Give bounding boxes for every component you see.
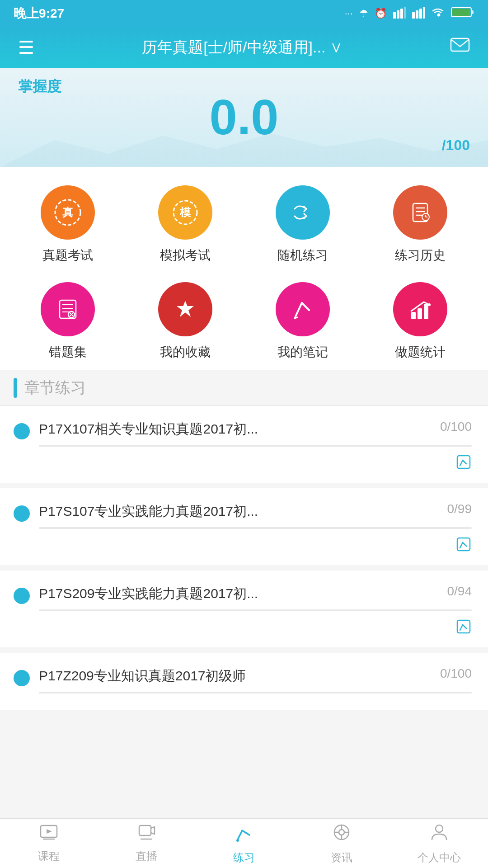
- svg-text:✕: ✕: [69, 311, 74, 318]
- edit-icon[interactable]: [455, 536, 472, 556]
- profile-label: 个人中心: [418, 850, 461, 865]
- courses-label: 课程: [38, 849, 60, 863]
- action-practice-history[interactable]: 练习历史: [361, 185, 479, 264]
- list-progress-bar: [39, 692, 472, 693]
- action-wrong-questions[interactable]: ✕ 错题集: [9, 282, 127, 361]
- svg-rect-39: [457, 456, 470, 468]
- practice-history-circle: [393, 185, 447, 240]
- svg-rect-10: [471, 10, 474, 14]
- action-random-practice[interactable]: 随机练习: [244, 185, 361, 264]
- list-item[interactable]: P17X107相关专业知识真题2017初... 0/100: [0, 406, 488, 488]
- section-bar: [14, 378, 17, 398]
- svg-rect-35: [411, 312, 416, 319]
- list-progress-bar: [39, 527, 472, 529]
- mountain-decoration: [0, 131, 488, 167]
- wrong-questions-circle: ✕: [41, 282, 95, 336]
- list-dot: [14, 505, 30, 522]
- list-content: P17S107专业实践能力真题2017初... 0/99: [39, 502, 472, 556]
- list-edit[interactable]: [39, 618, 472, 638]
- list-item[interactable]: P17Z209专业知识真题2017初级师 0/100: [0, 653, 488, 710]
- list-dot: [14, 588, 30, 604]
- list-title-row: P17X107相关专业知识真题2017初... 0/100: [39, 420, 472, 439]
- alarm-icon: ⏰: [375, 8, 387, 19]
- my-favorites-circle: [158, 282, 212, 336]
- svg-rect-42: [457, 538, 470, 551]
- stats-circle: [393, 282, 447, 336]
- action-my-notes[interactable]: 我的笔记: [244, 282, 361, 361]
- list-item-name: P17S209专业实践能力真题2017初...: [39, 584, 438, 603]
- nav-news[interactable]: 资讯: [293, 819, 390, 868]
- svg-line-43: [460, 542, 463, 548]
- action-my-favorites[interactable]: 我的收藏: [127, 282, 244, 361]
- svg-line-31: [296, 303, 302, 316]
- list-content: P17Z209专业知识真题2017初级师 0/100: [39, 666, 472, 701]
- list-title-row: P17Z209专业知识真题2017初级师 0/100: [39, 666, 472, 685]
- nav-practice[interactable]: 练习: [195, 819, 293, 868]
- svg-point-38: [428, 303, 431, 306]
- app-header: ☰ 历年真题[士/师/中级通用]... ∨: [0, 27, 488, 68]
- list-edit[interactable]: [39, 454, 472, 474]
- wifi-icon: [431, 7, 445, 20]
- quick-actions-grid: 真 真题考试 模 模拟考试 随机练习: [0, 167, 488, 370]
- svg-rect-37: [424, 304, 428, 319]
- svg-line-34: [295, 317, 297, 318]
- nav-courses[interactable]: 课程: [0, 819, 98, 868]
- nav-profile[interactable]: 个人中心: [390, 819, 488, 868]
- status-icons: ··· ☂ ⏰: [345, 6, 474, 21]
- list-dot: [14, 670, 30, 686]
- mastery-section: 掌握度 0.0 /100: [0, 68, 488, 167]
- list-item-name: P17S107专业实践能力真题2017初...: [39, 502, 438, 521]
- practice-icon: [234, 822, 254, 847]
- svg-rect-51: [139, 826, 151, 835]
- bottom-nav: 课程 直播 练习: [0, 818, 488, 868]
- news-icon: [332, 822, 352, 847]
- list-item-score: 0/99: [447, 502, 472, 516]
- section-title: 章节练习: [24, 377, 86, 398]
- practice-history-label: 练习历史: [395, 247, 446, 264]
- svg-line-47: [463, 625, 466, 628]
- signal-dots: ···: [345, 8, 353, 19]
- menu-button[interactable]: ☰: [18, 38, 34, 57]
- live-icon: [136, 824, 156, 845]
- header-title[interactable]: 历年真题[士/师/中级通用]... ∨: [142, 37, 343, 58]
- list-item-name: P17X107相关专业知识真题2017初...: [39, 420, 431, 439]
- list-item-score: 0/94: [447, 584, 472, 599]
- action-real-exam[interactable]: 真 真题考试: [9, 185, 127, 264]
- svg-rect-45: [457, 620, 470, 633]
- bluetooth-icon: ☂: [359, 8, 368, 19]
- random-practice-label: 随机练习: [277, 247, 328, 264]
- svg-rect-0: [393, 12, 396, 19]
- svg-marker-12: [0, 133, 488, 167]
- message-button[interactable]: [450, 38, 470, 58]
- svg-marker-30: [178, 302, 192, 316]
- edit-icon[interactable]: [455, 618, 472, 638]
- action-stats[interactable]: 做题统计: [361, 282, 479, 361]
- svg-rect-4: [412, 12, 415, 19]
- svg-text:真: 真: [62, 206, 74, 218]
- action-mock-exam[interactable]: 模 模拟考试: [127, 185, 244, 264]
- list-title-row: P17S209专业实践能力真题2017初... 0/94: [39, 584, 472, 603]
- svg-rect-3: [404, 7, 406, 19]
- profile-icon: [429, 822, 449, 847]
- signal-icon2: [412, 6, 425, 21]
- nav-live[interactable]: 直播: [98, 819, 195, 868]
- svg-rect-2: [400, 9, 403, 19]
- list-item[interactable]: P17S107专业实践能力真题2017初... 0/99: [0, 488, 488, 571]
- list-edit[interactable]: [39, 536, 472, 556]
- practice-label: 练习: [233, 850, 255, 865]
- svg-point-55: [236, 839, 239, 842]
- random-practice-circle: [276, 185, 330, 240]
- svg-line-40: [460, 460, 463, 466]
- list-container: P17X107相关专业知识真题2017初... 0/100 P1: [0, 406, 488, 710]
- list-item[interactable]: P17S209专业实践能力真题2017初... 0/94: [0, 571, 488, 653]
- edit-icon[interactable]: [455, 454, 472, 474]
- my-notes-label: 我的笔记: [277, 344, 328, 361]
- svg-point-62: [436, 825, 443, 832]
- list-content: P17S209专业实践能力真题2017初... 0/94: [39, 584, 472, 638]
- mock-exam-circle: 模: [158, 185, 212, 240]
- svg-rect-11: [451, 38, 469, 51]
- signal-icon1: [393, 6, 406, 21]
- wrong-questions-label: 错题集: [49, 344, 87, 361]
- list-progress-bar: [39, 445, 472, 447]
- real-exam-circle: 真: [41, 185, 95, 240]
